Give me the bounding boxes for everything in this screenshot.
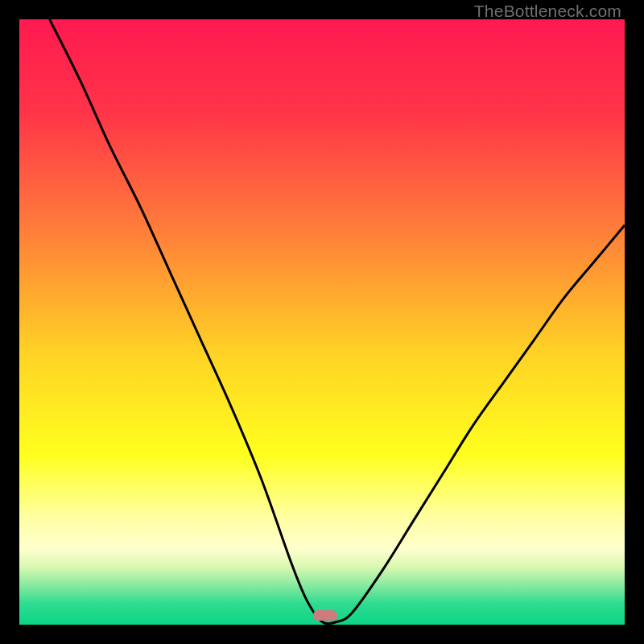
watermark-label: TheBottleneck.com (474, 2, 621, 21)
chart-frame (19, 19, 625, 625)
bottleneck-plot (19, 19, 625, 625)
optimal-point-marker (313, 610, 337, 621)
gradient-background (19, 19, 625, 625)
